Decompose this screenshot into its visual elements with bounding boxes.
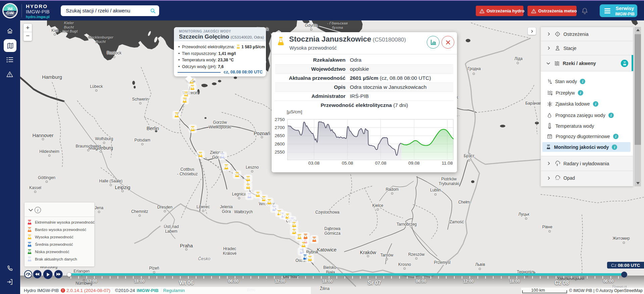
svg-text:09.08: 09.08	[408, 161, 420, 166]
svg-text:07.08: 07.08	[375, 161, 386, 166]
svg-text:2750: 2750	[275, 117, 285, 122]
svg-text:10: 10	[549, 136, 551, 138]
svg-text:03.08: 03.08	[308, 161, 320, 166]
svg-text:2550: 2550	[275, 150, 285, 155]
svg-text:2650: 2650	[275, 133, 285, 138]
svg-text:GW: GW	[6, 10, 14, 15]
svg-text:2600: 2600	[275, 141, 285, 146]
svg-text:11.08: 11.08	[442, 161, 453, 166]
svg-text:05.08: 05.08	[342, 161, 353, 166]
svg-text:2700: 2700	[275, 125, 285, 130]
